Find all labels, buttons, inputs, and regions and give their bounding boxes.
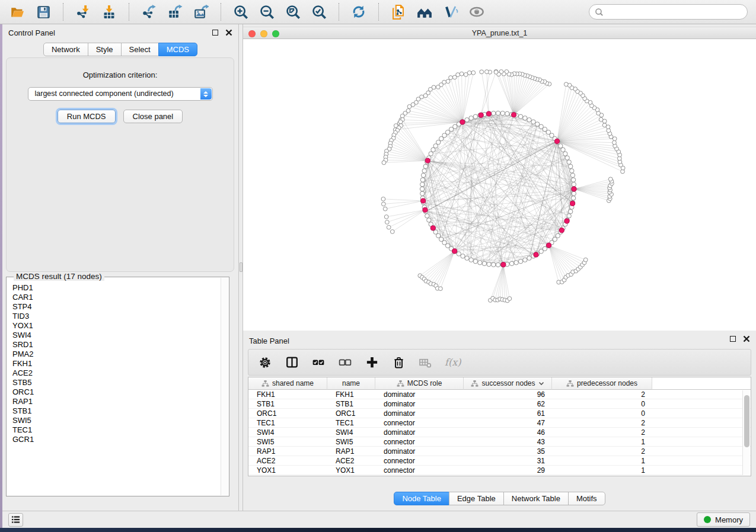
maximize-window-light[interactable] xyxy=(272,30,279,37)
run-mcds-button[interactable]: Run MCDS xyxy=(58,110,116,123)
cell-MCDS-role: dominator xyxy=(375,409,464,418)
minimize-window-light[interactable] xyxy=(260,30,267,37)
mcds-result-item[interactable]: PMA2 xyxy=(12,350,219,359)
cell-predecessor-nodes: 1 xyxy=(552,457,652,465)
mcds-result-item[interactable]: PHD1 xyxy=(12,283,219,293)
export-table-icon[interactable] xyxy=(166,3,184,21)
sort-chevron-down-icon[interactable] xyxy=(538,382,544,386)
zoom-in-icon[interactable] xyxy=(232,3,250,21)
show-graphics-eye-icon[interactable] xyxy=(468,3,486,21)
toolbar-separator xyxy=(221,3,221,21)
mcds-result-item[interactable]: FKH1 xyxy=(12,359,219,368)
table-row[interactable]: RAP1RAP1dominator352 xyxy=(248,447,751,456)
close-window-light[interactable] xyxy=(248,30,256,37)
clone-network-icon[interactable] xyxy=(390,3,407,21)
column-settings-gear-icon[interactable] xyxy=(258,355,272,370)
optimization-criterion-select[interactable]: largest connected component (undirected) xyxy=(28,87,213,101)
search-box[interactable] xyxy=(589,4,748,20)
mcds-result-item[interactable]: SWI4 xyxy=(12,331,219,340)
table-tab-network-table[interactable]: Network Table xyxy=(503,492,569,505)
column-header-MCDS-role[interactable]: MCDS role xyxy=(375,377,464,390)
split-columns-icon[interactable] xyxy=(285,355,299,370)
close-table-panel-icon[interactable] xyxy=(743,335,750,342)
import-table-icon[interactable] xyxy=(100,3,118,21)
network-canvas-svg[interactable] xyxy=(243,39,756,331)
column-header-successor-nodes[interactable]: successor nodes xyxy=(464,377,552,390)
table-tab-motifs[interactable]: Motifs xyxy=(568,492,605,505)
add-column-plus-icon[interactable] xyxy=(365,355,379,370)
mcds-result-item[interactable]: STB1 xyxy=(12,406,219,416)
mcds-result-item[interactable]: STP4 xyxy=(12,302,219,312)
table-row[interactable]: STB1STB1dominator620 xyxy=(248,399,751,409)
mcds-result-item[interactable]: GCR1 xyxy=(12,435,219,444)
mcds-result-item[interactable]: ORC1 xyxy=(12,387,219,397)
mcds-result-scrollbar[interactable] xyxy=(221,278,228,495)
mcds-result-item[interactable]: SRD1 xyxy=(12,340,219,350)
delete-column-trash-icon[interactable] xyxy=(391,355,406,370)
tab-mcds[interactable]: MCDS xyxy=(158,43,197,56)
network-view[interactable] xyxy=(243,39,756,331)
select-all-icon[interactable] xyxy=(311,355,326,370)
table-tab-edge-table[interactable]: Edge Table xyxy=(449,492,504,505)
refresh-icon[interactable] xyxy=(350,3,368,21)
panel-splitter[interactable] xyxy=(239,24,243,511)
mcds-result-item[interactable]: RAP1 xyxy=(12,397,219,406)
splitter-grabber[interactable] xyxy=(240,262,243,272)
memory-label: Memory xyxy=(715,515,743,524)
open-file-icon[interactable] xyxy=(8,3,26,21)
zoom-fit-icon[interactable] xyxy=(284,3,302,21)
zoom-selected-icon[interactable] xyxy=(310,3,328,21)
mcds-result-item[interactable]: STB5 xyxy=(12,378,219,387)
save-session-icon[interactable] xyxy=(34,3,52,21)
column-tree-icon xyxy=(261,380,269,387)
table-row[interactable]: TEC1TEC1connector472 xyxy=(248,418,751,428)
mcds-result-item[interactable]: CAR1 xyxy=(12,293,219,302)
table-row[interactable]: ORC1ORC1dominator610 xyxy=(248,409,751,418)
column-header-name[interactable]: name xyxy=(327,377,375,390)
memory-button[interactable]: Memory xyxy=(697,512,750,527)
column-header-predecessor-nodes[interactable]: predecessor nodes xyxy=(552,377,652,390)
mcds-result-item[interactable]: YOX1 xyxy=(12,321,219,331)
toolbar-separator xyxy=(129,3,129,21)
export-image-icon[interactable] xyxy=(192,3,210,21)
float-table-panel-icon[interactable] xyxy=(730,336,736,342)
zoom-out-icon[interactable] xyxy=(258,3,276,21)
table-row[interactable]: YOX1YOX1connector291 xyxy=(248,466,751,475)
float-panel-icon[interactable] xyxy=(212,30,218,36)
mcds-result-item[interactable]: ACE2 xyxy=(12,368,219,378)
close-panel-icon[interactable] xyxy=(225,29,232,36)
cell-name: YOX1 xyxy=(327,466,375,475)
table-row[interactable]: PHD1PHD1dominator180 xyxy=(248,475,751,476)
table-scrollbar[interactable] xyxy=(742,390,750,475)
export-network-icon[interactable] xyxy=(140,3,158,21)
table-row[interactable]: SWI5SWI5connector431 xyxy=(248,437,751,447)
cell-MCDS-role: dominator xyxy=(375,447,464,456)
toolbar-separator xyxy=(339,3,339,21)
search-input[interactable] xyxy=(607,8,742,17)
tab-select[interactable]: Select xyxy=(121,43,159,56)
cell-name: SWI4 xyxy=(327,428,375,437)
vizmapper-icon[interactable] xyxy=(442,3,460,21)
table-tab-node-table[interactable]: Node Table xyxy=(394,492,449,505)
table-row[interactable]: SWI4SWI4dominator462 xyxy=(248,428,751,437)
mcds-result-item[interactable]: TID3 xyxy=(12,312,219,321)
close-panel-button[interactable]: Close panel xyxy=(123,110,183,123)
mcds-result-item[interactable]: SWI5 xyxy=(12,416,219,425)
import-network-icon[interactable] xyxy=(74,3,92,21)
table-row[interactable]: ACE2ACE2connector311 xyxy=(248,456,751,466)
cell-name: FKH1 xyxy=(327,390,375,399)
table-row[interactable]: FKH1FKH1dominator962 xyxy=(248,390,751,399)
tab-style[interactable]: Style xyxy=(88,43,122,56)
table-scrollbar-thumb[interactable] xyxy=(744,395,749,447)
column-header-shared-name[interactable]: shared name xyxy=(248,377,327,390)
tab-network[interactable]: Network xyxy=(43,43,88,56)
task-history-button[interactable] xyxy=(8,513,23,527)
network-overview-icon[interactable] xyxy=(416,3,433,21)
column-label: shared name xyxy=(272,379,314,387)
table-panel-title: Table Panel xyxy=(249,336,289,345)
network-window-titlebar[interactable]: YPA_prune.txt_1 xyxy=(243,27,756,39)
deselect-all-icon[interactable] xyxy=(338,355,352,370)
node-table[interactable]: shared namenameMCDS rolesuccessor nodesp… xyxy=(248,377,751,476)
mcds-result-list[interactable]: PHD1CAR1STP4TID3YOX1SWI4SRD1PMA2FKH1ACE2… xyxy=(8,280,219,495)
mcds-result-item[interactable]: TEC1 xyxy=(12,425,219,435)
